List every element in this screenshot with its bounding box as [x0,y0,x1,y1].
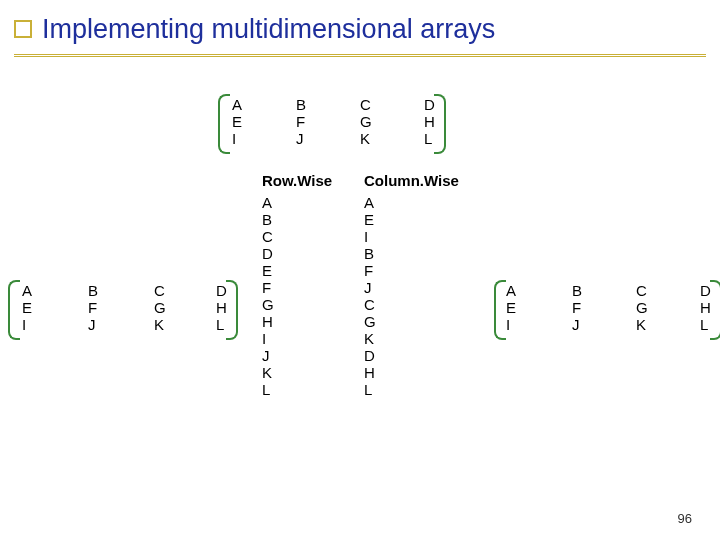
page-number: 96 [678,511,692,526]
right-matrix-col-1: B F J [572,282,582,333]
left-matrix-left-bracket [8,280,20,340]
right-matrix-col-2: C G K [636,282,648,333]
top-matrix-right-bracket [434,94,446,154]
left-matrix-col-1: B F J [88,282,98,333]
top-matrix-left-bracket [218,94,230,154]
left-matrix-col-2: C G K [154,282,166,333]
top-matrix-col-0: A E I [232,96,242,147]
rowwise-list: A B C D E F G H I J K L [262,194,274,398]
top-matrix-col-2: C G K [360,96,372,147]
title-underline [14,54,706,57]
right-matrix-col-3: D H L [700,282,711,333]
right-matrix-right-bracket [710,280,720,340]
colwise-header: Column.Wise [364,172,459,189]
left-matrix-col-0: A E I [22,282,32,333]
left-matrix-right-bracket [226,280,238,340]
right-matrix-left-bracket [494,280,506,340]
left-matrix-col-3: D H L [216,282,227,333]
colwise-list: A E I B F J C G K D H L [364,194,376,398]
top-matrix-col-3: D H L [424,96,435,147]
title-row: Implementing multidimensional arrays [14,18,706,58]
rowwise-header: Row.Wise [262,172,332,189]
top-matrix-col-1: B F J [296,96,306,147]
title-bullet-box [14,20,32,38]
slide-title: Implementing multidimensional arrays [42,14,495,45]
right-matrix-col-0: A E I [506,282,516,333]
